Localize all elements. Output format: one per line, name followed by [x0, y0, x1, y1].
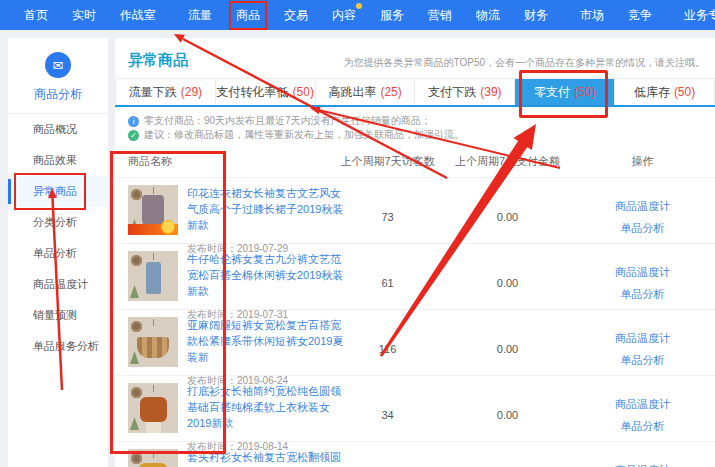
tab-bar: 流量下跌(29)支付转化率低(50)高跳出率(25)支付下跌(39)零支付(50… [115, 78, 715, 105]
garment-shape [137, 337, 169, 358]
table-row: 打底衫女长袖简约宽松纯色圆领基础百搭纯棉柔软上衣秋装女2019新款发布时间：20… [115, 375, 715, 441]
product-image[interactable] [128, 317, 178, 367]
page-description: 为您提供各类异常商品的TOP50，会有一个商品存在多种异常的情况，请关注哦。 [344, 56, 706, 70]
action-link-单品分析[interactable]: 单品分析 [621, 419, 665, 434]
tab-支付下跌[interactable]: 支付下跌(39) [415, 79, 515, 105]
hanger [153, 385, 154, 392]
nav-item-作战室[interactable]: 作战室 [120, 7, 156, 24]
sidebar-title: 商品分析 [8, 86, 108, 103]
promo-banner [128, 224, 178, 235]
nav-item-交易[interactable]: 交易 [284, 7, 308, 24]
product-name-link[interactable]: 打底衫女长袖简约宽松纯色圆领基础百搭纯棉柔软上衣秋装女2019新款 [187, 383, 345, 431]
nav-item-市场[interactable]: 市场 [580, 7, 604, 24]
action-link-商品温度计[interactable]: 商品温度计 [615, 265, 670, 280]
product-name-link[interactable]: 牛仔哈伦裤女复古九分裤文艺范宽松百搭全棉休闲裤女2019秋装新款 [187, 251, 345, 299]
notice-text: 建议：修改商品标题，属性等重新发布上架，加强关联商品，加强引流。 [144, 128, 464, 142]
tab-支付转化率低[interactable]: 支付转化率低(50) [216, 79, 316, 105]
table-row: 印花连衣裙女长袖复古文艺风女气质高个子过膝长裙子2019秋装新款发布时间：201… [115, 177, 715, 243]
action-link-商品温度计[interactable]: 商品温度计 [615, 463, 670, 467]
tab-高跳出率[interactable]: 高跳出率(25) [316, 79, 416, 105]
product-image[interactable] [128, 185, 178, 235]
sidebar-item-单品服务分析[interactable]: 单品服务分析 [8, 331, 108, 362]
nav-item-首页[interactable]: 首页 [24, 7, 48, 24]
nav-item-业务专区[interactable]: 业务专区 [684, 7, 715, 24]
page-title: 异常商品 [128, 51, 188, 70]
actions-cell: 商品温度计单品分析 [570, 199, 715, 236]
tab-label: 流量下跌 [129, 84, 177, 101]
action-link-商品温度计[interactable]: 商品温度计 [615, 331, 670, 346]
tab-流量下跌[interactable]: 流量下跌(29) [115, 79, 216, 105]
product-name-link[interactable]: 套头衬衫女长袖复古宽松翻领圆领百搭休闲纯棉上衣女2019秋装新款 [187, 449, 345, 467]
tab-label: 高跳出率 [328, 84, 376, 101]
nav-item-物流[interactable]: 物流 [476, 7, 500, 24]
sidebar-item-分类分析[interactable]: 分类分析 [8, 207, 108, 238]
visitors-value: 34 [330, 409, 445, 421]
garment-shape [140, 397, 167, 422]
action-link-单品分析[interactable]: 单品分析 [621, 221, 665, 236]
nav-item-营销[interactable]: 营销 [428, 7, 452, 24]
hanger [153, 187, 154, 194]
action-link-商品温度计[interactable]: 商品温度计 [615, 397, 670, 412]
actions-cell: 商品温度计单品分析 [570, 397, 715, 434]
sidebar-item-商品效果[interactable]: 商品效果 [8, 145, 108, 176]
column-header: 商品名称 [115, 154, 330, 169]
nav-item-服务[interactable]: 服务 [380, 7, 404, 24]
hanger [153, 319, 154, 326]
tab-label: 支付转化率低 [217, 84, 289, 101]
tab-低库存[interactable]: 低库存(50) [615, 79, 715, 105]
nav-item-实时[interactable]: 实时 [72, 7, 96, 24]
action-link-商品温度计[interactable]: 商品温度计 [615, 199, 670, 214]
nav-item-财务[interactable]: 财务 [524, 7, 548, 24]
action-link-单品分析[interactable]: 单品分析 [621, 353, 665, 368]
product-name-link[interactable]: 印花连衣裙女长袖复古文艺风女气质高个子过膝长裙子2019秋装新款 [187, 185, 345, 233]
product-image[interactable] [128, 383, 178, 433]
tab-count: (25) [380, 85, 401, 99]
notice-text: 零支付商品：90天内发布且最近7天内没有产生任何销量的商品； [144, 114, 431, 128]
tab-label: 低库存 [634, 84, 670, 101]
amount-value: 0.00 [445, 343, 570, 355]
column-header: 操作 [570, 154, 715, 169]
nav-item-竞争[interactable]: 竞争 [628, 7, 652, 24]
sidebar-item-销量预测[interactable]: 销量预测 [8, 300, 108, 331]
info-icon: i [128, 116, 139, 127]
sidebar-header: ✉ 商品分析 [8, 38, 108, 114]
sidebar: ✉ 商品分析 商品概况商品效果异常商品分类分析单品分析商品温度计销量预测单品服务… [8, 38, 108, 467]
product-cell: 套头衬衫女长袖复古宽松翻领圆领百搭休闲纯棉上衣女2019秋装新款发布时间：201… [115, 442, 330, 467]
tab-count: (50) [674, 85, 695, 99]
column-header: 上个周期7天访客数 [330, 154, 445, 169]
notice-block: i零支付商品：90天内发布且最近7天内没有产生任何销量的商品；✓建议：修改商品标… [115, 107, 715, 146]
tab-零支付[interactable]: 零支付(50) [515, 79, 615, 105]
sidebar-item-异常商品[interactable]: 异常商品 [8, 176, 108, 207]
actions-cell: 商品温度计单品分析 [570, 463, 715, 467]
tab-count: (50) [574, 85, 595, 99]
column-header: 上个周期7天支付金额 [445, 154, 570, 169]
check-icon: ✓ [128, 130, 139, 141]
mail-icon: ✉ [45, 52, 71, 78]
hanger [153, 451, 154, 458]
tab-count: (39) [480, 85, 501, 99]
tab-label: 零支付 [534, 84, 570, 101]
notice-line: ✓建议：修改商品标题，属性等重新发布上架，加强关联商品，加强引流。 [128, 128, 715, 142]
sidebar-item-商品概况[interactable]: 商品概况 [8, 114, 108, 145]
nav-item-内容[interactable]: 内容 [332, 7, 356, 24]
nav-item-流量[interactable]: 流量 [188, 7, 212, 24]
sidebar-item-商品温度计[interactable]: 商品温度计 [8, 269, 108, 300]
garment-shape [146, 262, 161, 294]
product-name-link[interactable]: 亚麻阔腿短裤女宽松复古百搭宽款松紧腰系带休闲短裤女2019夏装新 [187, 317, 345, 365]
notification-badge [356, 3, 362, 9]
garment-shape [139, 463, 167, 467]
product-info: 套头衬衫女长袖复古宽松翻领圆领百搭休闲纯棉上衣女2019秋装新款发布时间：201… [187, 449, 345, 467]
actions-cell: 商品温度计单品分析 [570, 265, 715, 302]
table-row: 亚麻阔腿短裤女宽松复古百搭宽款松紧腰系带休闲短裤女2019夏装新发布时间：201… [115, 309, 715, 375]
visitors-value: 61 [330, 277, 445, 289]
amount-value: 0.00 [445, 211, 570, 223]
visitors-value: 116 [330, 343, 445, 355]
action-link-单品分析[interactable]: 单品分析 [621, 287, 665, 302]
table-row: 牛仔哈伦裤女复古九分裤文艺范宽松百搭全棉休闲裤女2019秋装新款发布时间：201… [115, 243, 715, 309]
abnormal-goods-table: 商品名称上个周期7天访客数上个周期7天支付金额操作 印花连衣裙女长袖复古文艺风女… [115, 150, 715, 467]
tab-count: (29) [181, 85, 202, 99]
product-image[interactable] [128, 449, 178, 467]
sidebar-item-单品分析[interactable]: 单品分析 [8, 238, 108, 269]
nav-item-商品[interactable]: 商品 [231, 3, 265, 28]
product-image[interactable] [128, 251, 178, 301]
